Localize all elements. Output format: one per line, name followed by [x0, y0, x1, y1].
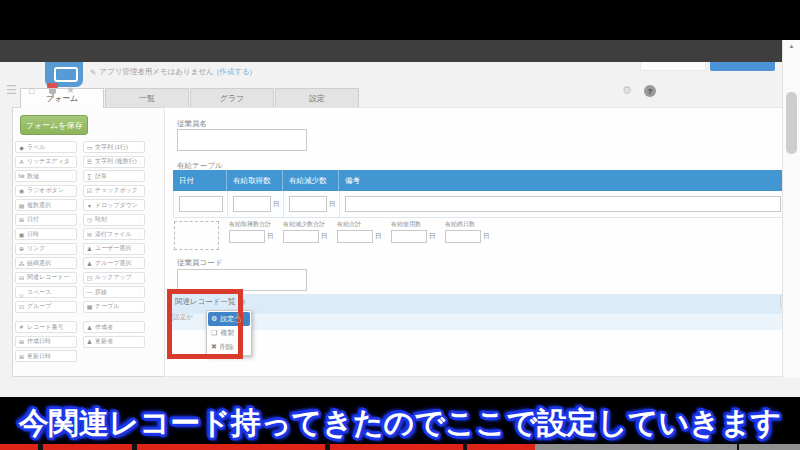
palette-item-time[interactable]: ◷時刻⋮ [83, 214, 145, 226]
acquired-cell-input[interactable] [233, 196, 271, 212]
palette-item-label: リッチエディター [27, 157, 70, 166]
palette-item-updater[interactable]: ♟更新者⋮ [83, 336, 145, 348]
palette-item-label: 更新者 [95, 337, 138, 346]
group-icon: ⊡ [18, 303, 25, 310]
table-column-header: 有給取得数 [227, 170, 283, 191]
palette-item-org_select[interactable]: ⁂組織選択⋮ [15, 257, 77, 269]
palette-item-text_multi[interactable]: ☰文字列 (複数行)⋮ [83, 156, 145, 168]
palette-item-creator[interactable]: ♟作成者⋮ [83, 321, 145, 333]
video-progress-bar[interactable] [0, 444, 800, 450]
palette-item-label: ルックアップ [95, 273, 138, 282]
palette-item-calc[interactable]: ∑計算⋮ [83, 170, 145, 182]
palette-item-space[interactable]: ␣スペース⋮ [15, 286, 77, 298]
radio-icon: ◉ [18, 187, 25, 194]
related-records-field[interactable] [167, 294, 787, 314]
palette-item-label: 時刻 [95, 215, 138, 224]
employee-name-input[interactable] [177, 129, 307, 151]
lookup-icon: ◳ [86, 274, 93, 281]
table-column-header: 日付 [173, 170, 227, 191]
palette-item-dropdown[interactable]: ▾ドロップダウン⋮ [83, 199, 145, 211]
gear-icon[interactable]: ⚙ [622, 85, 632, 96]
decreased-cell-input[interactable] [289, 196, 327, 212]
summary-field-label: 有給残日数 [445, 220, 491, 230]
palette-item-attachment[interactable]: ✉添付ファイル⋮ [83, 228, 145, 240]
memo-create-link[interactable]: (作成する) [217, 67, 252, 77]
save-form-button[interactable]: フォームを保存 [20, 115, 88, 135]
scroll-up-icon[interactable]: ▲ [783, 40, 800, 49]
date-cell-input[interactable] [179, 196, 223, 212]
table-column-header: 備考 [339, 170, 787, 191]
summary-input[interactable] [283, 230, 319, 243]
help-icon[interactable]: ? [644, 85, 656, 97]
palette-item-user_select[interactable]: ♟ユーザー選択⋮ [83, 243, 145, 255]
palette-item-label[interactable]: ◆ラベル⋮ [15, 141, 77, 153]
tab-item[interactable]: 設定 [275, 88, 359, 107]
table-icon: ▦ [86, 303, 93, 310]
palette-item-border[interactable]: —罫線⋮ [83, 286, 145, 298]
palette-item-group[interactable]: ⊡グループ⋮ [15, 301, 77, 313]
progress-segment [0, 444, 38, 450]
drag-handle-icon: ⋮ [138, 339, 142, 345]
palette-item-link[interactable]: ⊕リンク⋮ [15, 243, 77, 255]
unit-label: 日 [273, 200, 280, 209]
drag-handle-icon: ⋮ [138, 289, 142, 295]
palette-item-label: 組織選択 [27, 259, 70, 268]
progress-segment [467, 444, 535, 450]
summary-field: 有給合計日 [337, 220, 383, 243]
palette-item-lookup[interactable]: ◳ルックアップ⋮ [83, 272, 145, 284]
palette-item-table[interactable]: ▦テーブル⋮ [83, 301, 145, 313]
scrollbar-thumb[interactable] [786, 92, 797, 154]
summary-field-label: 有給減少数合計 [283, 220, 329, 230]
time-icon: ◷ [86, 216, 93, 223]
palette-item-created_time[interactable]: ⊞作成日時⋮ [15, 336, 77, 348]
palette-item-number[interactable]: №数値⋮ [15, 170, 77, 182]
drag-handle-icon: ⋮ [70, 202, 74, 208]
creator-icon: ♟ [86, 324, 93, 331]
drag-handle-icon: ⋮ [138, 231, 142, 237]
palette-item-related_records[interactable]: ⊟関連レコード一覧⋮ [15, 272, 77, 284]
star-icon[interactable]: ★ [66, 85, 75, 95]
summary-input[interactable] [229, 230, 265, 243]
palette-item-rich_editor[interactable]: Aリッチエディター⋮ [15, 156, 77, 168]
drag-handle-icon: ⋮ [138, 260, 142, 266]
palette-item-label: 日付 [27, 215, 70, 224]
tab-item[interactable]: グラフ [190, 88, 274, 107]
employee-code-label: 従業員コード [177, 258, 222, 268]
header-secondary-button[interactable] [640, 62, 706, 71]
palette-item-datetime[interactable]: ▣日時⋮ [15, 228, 77, 240]
rich-editor-icon: A [18, 159, 25, 165]
palette-item-group_select[interactable]: ♟グループ選択⋮ [83, 257, 145, 269]
palette-item-radio[interactable]: ◉ラジオボタン⋮ [15, 185, 77, 197]
summary-field-label: 有給取得数合計 [229, 220, 275, 230]
summary-input[interactable] [337, 230, 373, 243]
employee-code-input[interactable] [177, 269, 307, 291]
hamburger-menu-icon[interactable]: ☰ [6, 84, 17, 96]
table-column-header: 有給減少数 [283, 170, 339, 191]
progress-segment [137, 444, 325, 450]
drag-handle-icon: ⋮ [70, 304, 74, 310]
palette-item-record_number[interactable]: #レコード番号⋮ [15, 321, 77, 333]
palette-item-multi_select[interactable]: ▤複数選択⋮ [15, 199, 77, 211]
scrollbar[interactable]: ▲ [782, 40, 800, 378]
home-icon[interactable]: ⌂ [28, 84, 35, 96]
header-primary-button[interactable] [710, 62, 775, 71]
remarks-cell-input[interactable] [345, 196, 781, 212]
field-palette-primary: ◆ラベル⋮▭文字列 (1行)⋮Aリッチエディター⋮☰文字列 (複数行)⋮№数値⋮… [15, 141, 145, 313]
palette-item-updated_time[interactable]: ⊞更新日時⋮ [15, 350, 77, 362]
video-caption: 今関連レコード持ってきたのでここで設定していきます [19, 403, 782, 444]
spacer-field [174, 221, 219, 250]
related-records-icon: ⊟ [18, 274, 25, 281]
drag-handle-icon: ⋮ [70, 231, 74, 237]
field-palette-system: #レコード番号⋮♟作成者⋮⊞作成日時⋮♟更新者⋮⊞更新日時⋮ [15, 321, 145, 362]
related-records-field-body [167, 314, 787, 330]
palette-item-date[interactable]: ⊞日付⋮ [15, 214, 77, 226]
notification-icon[interactable] [47, 83, 59, 98]
palette-item-text_single[interactable]: ▭文字列 (1行)⋮ [83, 141, 145, 153]
drag-handle-icon: ⋮ [138, 144, 142, 150]
summary-input[interactable] [391, 230, 427, 243]
tab-item[interactable]: 一覧 [105, 88, 189, 107]
palette-item-checkbox[interactable]: ☑チェックボックス⋮ [83, 185, 145, 197]
summary-input[interactable] [445, 230, 481, 243]
palette-item-label: リンク [27, 244, 70, 253]
palette-item-label: 罫線 [95, 288, 138, 297]
